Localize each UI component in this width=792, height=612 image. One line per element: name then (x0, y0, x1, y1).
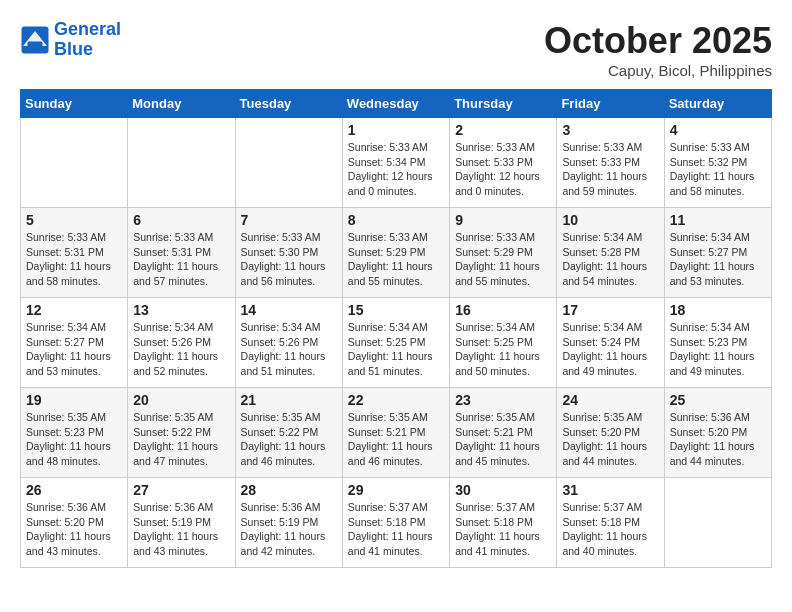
calendar-cell: 7Sunrise: 5:33 AMSunset: 5:30 PMDaylight… (235, 208, 342, 298)
day-info: Sunrise: 5:36 AMSunset: 5:20 PMDaylight:… (670, 410, 766, 469)
calendar-cell: 15Sunrise: 5:34 AMSunset: 5:25 PMDayligh… (342, 298, 449, 388)
day-info: Sunrise: 5:34 AMSunset: 5:26 PMDaylight:… (133, 320, 229, 379)
calendar-cell: 12Sunrise: 5:34 AMSunset: 5:27 PMDayligh… (21, 298, 128, 388)
calendar-cell (128, 118, 235, 208)
day-info: Sunrise: 5:35 AMSunset: 5:22 PMDaylight:… (133, 410, 229, 469)
calendar-cell: 24Sunrise: 5:35 AMSunset: 5:20 PMDayligh… (557, 388, 664, 478)
calendar-cell: 6Sunrise: 5:33 AMSunset: 5:31 PMDaylight… (128, 208, 235, 298)
calendar-cell: 27Sunrise: 5:36 AMSunset: 5:19 PMDayligh… (128, 478, 235, 568)
day-number: 13 (133, 302, 229, 318)
day-number: 15 (348, 302, 444, 318)
calendar-cell: 22Sunrise: 5:35 AMSunset: 5:21 PMDayligh… (342, 388, 449, 478)
calendar-cell: 28Sunrise: 5:36 AMSunset: 5:19 PMDayligh… (235, 478, 342, 568)
day-number: 3 (562, 122, 658, 138)
day-info: Sunrise: 5:33 AMSunset: 5:29 PMDaylight:… (455, 230, 551, 289)
day-number: 7 (241, 212, 337, 228)
calendar-cell: 1Sunrise: 5:33 AMSunset: 5:34 PMDaylight… (342, 118, 449, 208)
logo-icon (20, 25, 50, 55)
day-number: 30 (455, 482, 551, 498)
day-info: Sunrise: 5:35 AMSunset: 5:21 PMDaylight:… (455, 410, 551, 469)
day-info: Sunrise: 5:33 AMSunset: 5:31 PMDaylight:… (133, 230, 229, 289)
weekday-header-row: SundayMondayTuesdayWednesdayThursdayFrid… (21, 90, 772, 118)
day-info: Sunrise: 5:33 AMSunset: 5:30 PMDaylight:… (241, 230, 337, 289)
day-info: Sunrise: 5:36 AMSunset: 5:19 PMDaylight:… (241, 500, 337, 559)
calendar-cell: 8Sunrise: 5:33 AMSunset: 5:29 PMDaylight… (342, 208, 449, 298)
calendar-cell: 11Sunrise: 5:34 AMSunset: 5:27 PMDayligh… (664, 208, 771, 298)
day-number: 21 (241, 392, 337, 408)
day-number: 4 (670, 122, 766, 138)
calendar-cell: 20Sunrise: 5:35 AMSunset: 5:22 PMDayligh… (128, 388, 235, 478)
day-info: Sunrise: 5:33 AMSunset: 5:29 PMDaylight:… (348, 230, 444, 289)
day-number: 17 (562, 302, 658, 318)
day-number: 23 (455, 392, 551, 408)
day-info: Sunrise: 5:33 AMSunset: 5:32 PMDaylight:… (670, 140, 766, 199)
day-number: 5 (26, 212, 122, 228)
day-info: Sunrise: 5:37 AMSunset: 5:18 PMDaylight:… (455, 500, 551, 559)
day-number: 12 (26, 302, 122, 318)
day-number: 29 (348, 482, 444, 498)
calendar-cell: 25Sunrise: 5:36 AMSunset: 5:20 PMDayligh… (664, 388, 771, 478)
calendar-cell (664, 478, 771, 568)
day-info: Sunrise: 5:34 AMSunset: 5:25 PMDaylight:… (348, 320, 444, 379)
calendar-cell: 29Sunrise: 5:37 AMSunset: 5:18 PMDayligh… (342, 478, 449, 568)
day-number: 1 (348, 122, 444, 138)
day-info: Sunrise: 5:34 AMSunset: 5:23 PMDaylight:… (670, 320, 766, 379)
day-number: 10 (562, 212, 658, 228)
day-number: 14 (241, 302, 337, 318)
calendar-cell: 4Sunrise: 5:33 AMSunset: 5:32 PMDaylight… (664, 118, 771, 208)
day-info: Sunrise: 5:34 AMSunset: 5:27 PMDaylight:… (670, 230, 766, 289)
svg-rect-2 (28, 41, 43, 49)
weekday-header-saturday: Saturday (664, 90, 771, 118)
calendar-cell (21, 118, 128, 208)
day-number: 24 (562, 392, 658, 408)
day-number: 8 (348, 212, 444, 228)
calendar-cell: 18Sunrise: 5:34 AMSunset: 5:23 PMDayligh… (664, 298, 771, 388)
calendar-cell: 3Sunrise: 5:33 AMSunset: 5:33 PMDaylight… (557, 118, 664, 208)
day-number: 25 (670, 392, 766, 408)
day-info: Sunrise: 5:37 AMSunset: 5:18 PMDaylight:… (348, 500, 444, 559)
day-number: 31 (562, 482, 658, 498)
day-number: 6 (133, 212, 229, 228)
day-number: 27 (133, 482, 229, 498)
day-info: Sunrise: 5:35 AMSunset: 5:21 PMDaylight:… (348, 410, 444, 469)
day-info: Sunrise: 5:34 AMSunset: 5:25 PMDaylight:… (455, 320, 551, 379)
calendar-cell: 10Sunrise: 5:34 AMSunset: 5:28 PMDayligh… (557, 208, 664, 298)
title-block: October 2025 Capuy, Bicol, Philippines (544, 20, 772, 79)
weekday-header-tuesday: Tuesday (235, 90, 342, 118)
day-info: Sunrise: 5:36 AMSunset: 5:19 PMDaylight:… (133, 500, 229, 559)
day-info: Sunrise: 5:34 AMSunset: 5:28 PMDaylight:… (562, 230, 658, 289)
weekday-header-monday: Monday (128, 90, 235, 118)
calendar-cell: 9Sunrise: 5:33 AMSunset: 5:29 PMDaylight… (450, 208, 557, 298)
day-info: Sunrise: 5:36 AMSunset: 5:20 PMDaylight:… (26, 500, 122, 559)
week-row-2: 5Sunrise: 5:33 AMSunset: 5:31 PMDaylight… (21, 208, 772, 298)
calendar: SundayMondayTuesdayWednesdayThursdayFrid… (20, 89, 772, 568)
day-info: Sunrise: 5:33 AMSunset: 5:34 PMDaylight:… (348, 140, 444, 199)
day-number: 2 (455, 122, 551, 138)
day-info: Sunrise: 5:34 AMSunset: 5:26 PMDaylight:… (241, 320, 337, 379)
day-info: Sunrise: 5:35 AMSunset: 5:20 PMDaylight:… (562, 410, 658, 469)
week-row-3: 12Sunrise: 5:34 AMSunset: 5:27 PMDayligh… (21, 298, 772, 388)
day-info: Sunrise: 5:33 AMSunset: 5:33 PMDaylight:… (455, 140, 551, 199)
calendar-cell: 26Sunrise: 5:36 AMSunset: 5:20 PMDayligh… (21, 478, 128, 568)
day-number: 11 (670, 212, 766, 228)
calendar-cell: 5Sunrise: 5:33 AMSunset: 5:31 PMDaylight… (21, 208, 128, 298)
month-title: October 2025 (544, 20, 772, 62)
day-info: Sunrise: 5:35 AMSunset: 5:22 PMDaylight:… (241, 410, 337, 469)
weekday-header-thursday: Thursday (450, 90, 557, 118)
calendar-cell: 21Sunrise: 5:35 AMSunset: 5:22 PMDayligh… (235, 388, 342, 478)
day-number: 9 (455, 212, 551, 228)
day-number: 16 (455, 302, 551, 318)
week-row-5: 26Sunrise: 5:36 AMSunset: 5:20 PMDayligh… (21, 478, 772, 568)
weekday-header-wednesday: Wednesday (342, 90, 449, 118)
weekday-header-sunday: Sunday (21, 90, 128, 118)
calendar-cell: 14Sunrise: 5:34 AMSunset: 5:26 PMDayligh… (235, 298, 342, 388)
logo: General Blue (20, 20, 121, 60)
calendar-cell: 23Sunrise: 5:35 AMSunset: 5:21 PMDayligh… (450, 388, 557, 478)
logo-text: General Blue (54, 20, 121, 60)
day-info: Sunrise: 5:37 AMSunset: 5:18 PMDaylight:… (562, 500, 658, 559)
day-number: 26 (26, 482, 122, 498)
calendar-cell: 31Sunrise: 5:37 AMSunset: 5:18 PMDayligh… (557, 478, 664, 568)
week-row-1: 1Sunrise: 5:33 AMSunset: 5:34 PMDaylight… (21, 118, 772, 208)
calendar-cell: 13Sunrise: 5:34 AMSunset: 5:26 PMDayligh… (128, 298, 235, 388)
day-number: 28 (241, 482, 337, 498)
